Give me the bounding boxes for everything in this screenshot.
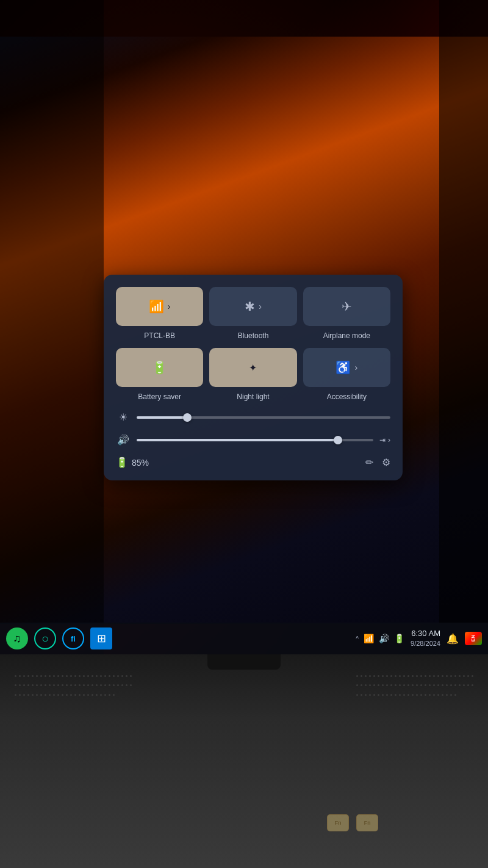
speaker-dot — [403, 675, 405, 677]
speaker-dot — [472, 684, 473, 686]
speaker-dot — [40, 684, 42, 686]
speaker-dot — [121, 675, 123, 677]
airplane-tile[interactable]: ✈ — [303, 287, 390, 326]
speaker-dot — [117, 684, 119, 686]
speaker-dot — [395, 694, 396, 696]
bluetooth-tile[interactable]: ✱ › — [209, 287, 296, 326]
speaker-dot — [412, 694, 414, 696]
speaker-dot — [450, 675, 452, 677]
brightness-thumb[interactable] — [183, 413, 192, 422]
speaker-dot — [57, 684, 59, 686]
speaker-dot — [403, 684, 405, 686]
speaker-dot — [45, 675, 46, 677]
settings-icon[interactable]: ⚙ — [382, 457, 390, 468]
speaker-dot — [472, 675, 473, 677]
fn-key-2[interactable]: Fn — [356, 814, 378, 831]
taskbar-app-circle[interactable]: ○ — [34, 627, 56, 649]
speaker-dot — [36, 694, 38, 696]
accessibility-tile[interactable]: ♿ › — [303, 348, 390, 387]
speaker-dot — [23, 694, 25, 696]
speaker-dot — [369, 675, 371, 677]
tray-battery-icon[interactable]: 🔋 — [394, 634, 404, 643]
speaker-dot — [463, 684, 465, 686]
taskbar-app-fi[interactable]: fi — [62, 627, 84, 649]
speaker-dot — [104, 694, 106, 696]
speaker-dot — [395, 684, 396, 686]
volume-thumb[interactable] — [334, 436, 342, 444]
speaker-dot — [365, 675, 367, 677]
volume-slider-row: 🔊 ⇥ › — [116, 434, 390, 446]
speaker-dot — [100, 684, 102, 686]
speaker-dot — [92, 694, 93, 696]
speaker-dot — [378, 675, 379, 677]
speaker-dot — [356, 675, 358, 677]
speaker-dot — [62, 675, 63, 677]
speaker-dot — [40, 675, 42, 677]
speaker-dot — [437, 675, 439, 677]
speaker-dot — [49, 675, 51, 677]
speaker-dot — [454, 694, 456, 696]
speaker-dot — [100, 675, 102, 677]
speaker-dot — [96, 694, 98, 696]
clock[interactable]: 6:30 AM 9/28/2024 — [411, 629, 440, 648]
speaker-dot — [429, 675, 431, 677]
speaker-dot — [454, 684, 456, 686]
battery-saver-label: Battery saver — [138, 392, 181, 401]
speaker-dot — [74, 675, 76, 677]
fn-key-1[interactable]: Fn — [327, 814, 349, 831]
speaker-dot — [361, 694, 362, 696]
fn-key-2-label: Fn — [364, 820, 371, 826]
speaker-dot — [32, 684, 34, 686]
edit-icon[interactable]: ✏ — [365, 457, 373, 468]
speaker-dot — [378, 694, 379, 696]
speaker-dot — [416, 675, 418, 677]
speaker-dot — [87, 694, 89, 696]
speaker-dot — [412, 675, 414, 677]
speaker-dot — [83, 684, 85, 686]
battery-info: 🔋 85% — [116, 457, 149, 468]
speaker-dot — [467, 675, 469, 677]
speaker-dot — [130, 675, 132, 677]
speaker-dot — [70, 684, 72, 686]
brightness-track[interactable] — [137, 416, 390, 419]
night-light-tile[interactable]: ✦ — [209, 348, 296, 387]
volume-track[interactable] — [137, 439, 373, 441]
speaker-dot — [425, 675, 426, 677]
speaker-dot — [53, 684, 55, 686]
speaker-dot — [19, 684, 21, 686]
notification-icon[interactable]: 🔔 — [447, 633, 459, 645]
speaker-dot — [429, 694, 431, 696]
speaker-dot — [373, 684, 375, 686]
speaker-dot — [382, 694, 384, 696]
taskbar-app-windows[interactable]: ⊞ — [90, 627, 112, 649]
speaker-dot — [45, 684, 46, 686]
speaker-dot — [70, 675, 72, 677]
tray-volume-icon[interactable]: 🔊 — [379, 634, 389, 643]
speaker-dot — [53, 694, 55, 696]
speaker-dot — [15, 675, 16, 677]
language-badge[interactable]: EN — [465, 632, 482, 645]
speaker-dot — [104, 675, 106, 677]
tray-wifi-icon[interactable]: 📶 — [364, 634, 374, 643]
speaker-dot — [425, 684, 426, 686]
volume-end[interactable]: ⇥ › — [379, 436, 390, 444]
tray-expand-icon[interactable]: ^ — [356, 635, 359, 642]
speaker-dot — [467, 684, 469, 686]
taskbar-app-spotify[interactable]: ♫ — [6, 627, 28, 649]
speaker-dot — [454, 675, 456, 677]
fi-icon: fi — [71, 634, 76, 643]
wifi-label: PTCL-BB — [144, 331, 175, 340]
speaker-dot — [390, 684, 392, 686]
speaker-dot — [126, 675, 127, 677]
battery-saver-tile[interactable]: 🔋 — [116, 348, 203, 387]
speaker-dot — [19, 694, 21, 696]
speaker-grille-right — [354, 673, 476, 703]
speaker-dot — [23, 675, 25, 677]
speaker-dot — [104, 684, 106, 686]
speaker-dot — [361, 684, 362, 686]
speaker-dot — [459, 684, 461, 686]
wifi-tile[interactable]: 📶 › — [116, 287, 203, 326]
speaker-dot — [386, 694, 388, 696]
speaker-dot — [433, 675, 435, 677]
speaker-dot — [32, 694, 34, 696]
